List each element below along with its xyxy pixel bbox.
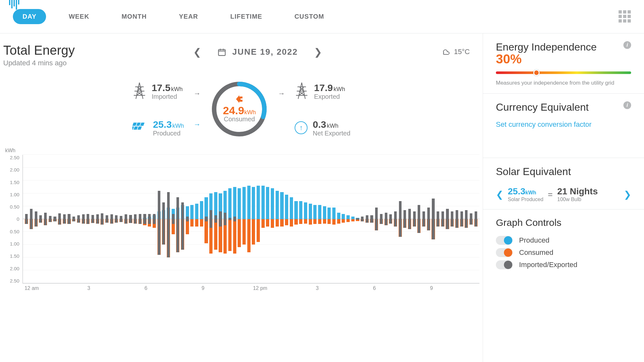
net-export-icon: ↑ xyxy=(295,121,308,134)
toggle-gray: Imported/Exported xyxy=(496,260,631,269)
page-title: Total Energy xyxy=(3,43,75,58)
currency-title: Currency Equivalent xyxy=(496,101,589,113)
solar-eq-left-unit: kWh xyxy=(526,190,536,195)
stat-produced: 25.3kWh Produced xyxy=(132,119,184,137)
date-text: JUNE 19, 2022 xyxy=(232,47,298,57)
prev-day-button[interactable]: ❮ xyxy=(193,46,201,58)
bar-chart-view-icon[interactable] xyxy=(8,0,21,13)
stat-exported: 17.9kWh Exported xyxy=(295,82,350,101)
currency-link[interactable]: Set currency conversion factor xyxy=(496,120,592,129)
grid-view-icon[interactable] xyxy=(618,10,631,23)
stat-consumed: 24.9kWh Consumed xyxy=(210,80,268,138)
solar-eq-next-button[interactable]: ❯ xyxy=(624,189,631,200)
produced-value: 25.3 xyxy=(153,119,172,130)
imported-label: Imported xyxy=(152,93,183,100)
svg-rect-6 xyxy=(140,123,145,126)
toggle-label: Produced xyxy=(519,236,549,245)
tab-month[interactable]: MONTH xyxy=(112,9,156,24)
info-icon[interactable]: i xyxy=(623,41,631,49)
toggle-switch[interactable] xyxy=(496,260,513,269)
tab-week[interactable]: WEEK xyxy=(59,9,99,24)
toggle-switch[interactable] xyxy=(496,248,513,257)
svg-rect-2 xyxy=(134,126,138,130)
svg-rect-0 xyxy=(219,49,225,55)
energy-independence-panel: Energy Independence 30% i Measures your … xyxy=(483,33,644,94)
main-panel: Total Energy Updated 4 mins ago ❮ JUNE 1… xyxy=(0,33,483,362)
net-exported-unit: kWh xyxy=(327,123,338,129)
chart-unit-label: kWh xyxy=(5,148,479,153)
slider-handle-icon xyxy=(533,70,540,76)
svg-rect-4 xyxy=(132,123,137,126)
arrow-right-icon: → xyxy=(278,89,285,98)
currency-panel: Currency Equivalent i Set currency conve… xyxy=(483,94,644,158)
toggle-label: Consumed xyxy=(519,248,553,257)
imported-value: 17.5 xyxy=(152,82,170,93)
graph-controls-panel: Graph Controls ProducedConsumedImported/… xyxy=(483,209,644,280)
energy-chart[interactable]: kWh 2.502.001.501.000.5000.501.001.502.0… xyxy=(3,148,479,293)
weather-icon xyxy=(440,47,451,57)
toggle-label: Imported/Exported xyxy=(519,261,577,269)
home-icon xyxy=(235,95,244,104)
independence-slider[interactable] xyxy=(496,71,631,74)
arrow-right-icon: → xyxy=(194,120,201,129)
solar-eq-left-label: Solar Produced xyxy=(508,197,543,202)
chart-x-axis: 12 am36912 pm369 xyxy=(23,285,479,293)
solar-eq-right-value: 21 Nights xyxy=(557,187,598,197)
tab-custom[interactable]: CUSTOM xyxy=(285,9,334,24)
toggle-blue: Produced xyxy=(496,236,631,245)
pylon-icon xyxy=(132,82,147,101)
toggle-orange: Consumed xyxy=(496,248,631,257)
info-icon[interactable]: i xyxy=(623,101,631,109)
consumed-value: 24.9 xyxy=(223,104,244,116)
solar-eq-left-value: 25.3 xyxy=(508,186,526,196)
timeframe-tabbar: DAYWEEKMONTHYEARLIFETIMECUSTOM xyxy=(0,0,644,33)
next-day-button[interactable]: ❯ xyxy=(314,46,322,58)
net-exported-value: 0.3 xyxy=(313,119,326,130)
svg-rect-5 xyxy=(136,123,141,126)
tab-lifetime[interactable]: LIFETIME xyxy=(221,9,272,24)
exported-label: Exported xyxy=(314,93,345,100)
solar-eq-title: Solar Equivalent xyxy=(496,166,631,178)
independence-title: Energy Independence xyxy=(496,41,597,53)
updated-text: Updated 4 mins ago xyxy=(3,59,75,67)
exported-unit: kWh xyxy=(334,86,345,92)
solar-equivalent-panel: Solar Equivalent ❮ 25.3kWh Solar Produce… xyxy=(483,158,644,209)
svg-rect-3 xyxy=(137,126,142,130)
independence-percent: 30% xyxy=(496,52,597,66)
chart-y-axis: 2.502.001.501.000.5000.501.001.502.002.5… xyxy=(3,155,23,283)
side-panel: Energy Independence 30% i Measures your … xyxy=(483,33,644,362)
toggle-switch[interactable] xyxy=(496,236,513,245)
pylon-icon xyxy=(295,82,309,101)
solar-icon xyxy=(132,120,148,135)
imported-unit: kWh xyxy=(171,86,183,92)
weather-widget: 15°C xyxy=(440,47,470,57)
chart-plot-area xyxy=(23,155,479,283)
stat-imported: 17.5kWh Imported xyxy=(132,82,184,101)
equals-icon: = xyxy=(548,190,553,200)
consumed-label: Consumed xyxy=(224,116,255,123)
consumed-unit: kWh xyxy=(244,109,256,116)
produced-label: Produced xyxy=(153,130,184,137)
date-picker[interactable]: JUNE 19, 2022 xyxy=(217,47,298,57)
calendar-icon xyxy=(217,48,226,57)
weather-temp: 15°C xyxy=(454,48,470,56)
tab-year[interactable]: YEAR xyxy=(169,9,208,24)
net-exported-label: Net Exported xyxy=(313,130,350,137)
graph-controls-title: Graph Controls xyxy=(496,217,631,228)
arrow-right-icon: → xyxy=(194,89,201,98)
stat-net-exported: ↑ 0.3kWh Net Exported xyxy=(295,119,350,137)
solar-eq-right-label: 100w Bulb xyxy=(557,197,598,202)
solar-eq-prev-button[interactable]: ❮ xyxy=(496,189,503,200)
produced-unit: kWh xyxy=(172,123,184,129)
exported-value: 17.9 xyxy=(314,82,333,93)
independence-subtitle: Measures your independence from the util… xyxy=(496,80,631,86)
